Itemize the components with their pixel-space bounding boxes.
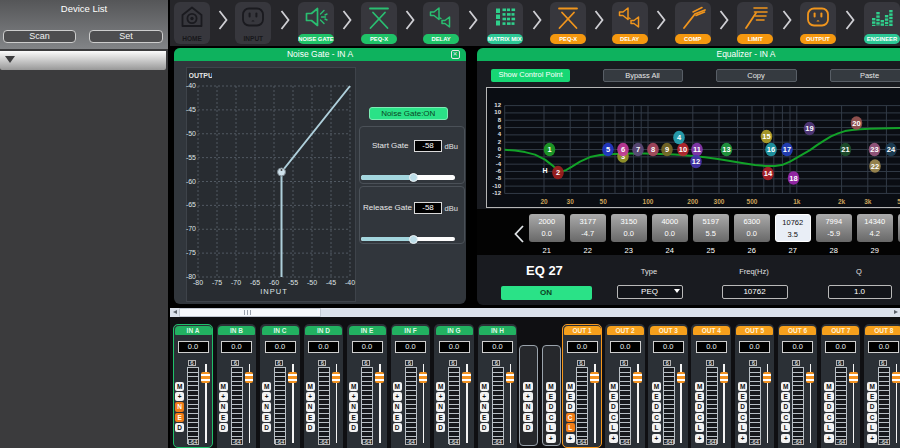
svg-text:19: 19 [805, 124, 813, 133]
svg-text:24: 24 [887, 145, 896, 154]
svg-text:10: 10 [679, 145, 687, 154]
svg-text:16: 16 [767, 145, 775, 154]
svg-text:8: 8 [651, 145, 655, 154]
svg-text:13: 13 [722, 145, 730, 154]
svg-text:1: 1 [547, 145, 551, 154]
svg-text:12: 12 [692, 157, 700, 166]
svg-text:20: 20 [852, 119, 860, 128]
svg-text:H: H [542, 167, 547, 174]
svg-text:23: 23 [870, 145, 878, 154]
svg-text:14: 14 [764, 169, 773, 178]
svg-text:15: 15 [762, 132, 770, 141]
svg-text:2: 2 [556, 168, 560, 177]
svg-text:5: 5 [606, 145, 610, 154]
svg-text:21: 21 [841, 145, 849, 154]
svg-text:22: 22 [871, 162, 879, 171]
svg-text:18: 18 [789, 174, 797, 183]
svg-text:7: 7 [636, 145, 640, 154]
svg-text:6: 6 [621, 145, 625, 154]
svg-text:9: 9 [665, 145, 669, 154]
svg-text:17: 17 [783, 145, 791, 154]
svg-text:11: 11 [693, 145, 701, 154]
